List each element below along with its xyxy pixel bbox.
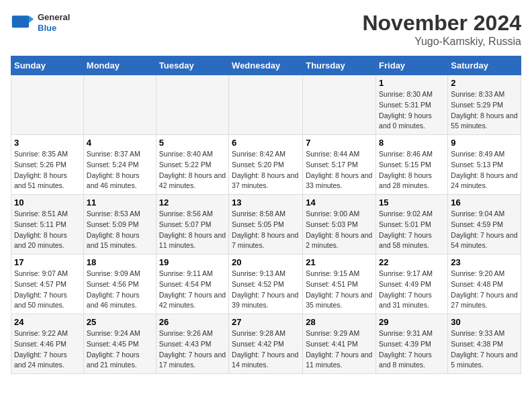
- day-number: 13: [232, 197, 300, 208]
- day-info: Sunrise: 8:56 AMSunset: 5:07 PMDaylight:…: [159, 209, 226, 251]
- calendar-cell: 3 Sunrise: 8:35 AMSunset: 5:26 PMDayligh…: [11, 135, 84, 195]
- logo-general: General: [38, 12, 70, 23]
- calendar-cell: 10 Sunrise: 8:51 AMSunset: 5:11 PMDaylig…: [11, 195, 84, 255]
- day-info: Sunrise: 9:20 AMSunset: 4:48 PMDaylight:…: [451, 269, 518, 311]
- weekday-header: Monday: [83, 56, 156, 75]
- day-info: Sunrise: 9:31 AMSunset: 4:39 PMDaylight:…: [379, 328, 445, 371]
- day-number: 17: [14, 257, 81, 267]
- day-info: Sunrise: 9:02 AMSunset: 5:01 PMDaylight:…: [379, 209, 445, 251]
- day-number: 19: [159, 257, 226, 267]
- calendar-cell: 13 Sunrise: 8:58 AMSunset: 5:05 PMDaylig…: [229, 195, 303, 255]
- day-info: Sunrise: 9:29 AMSunset: 4:41 PMDaylight:…: [306, 328, 373, 371]
- day-info: Sunrise: 9:33 AMSunset: 4:38 PMDaylight:…: [451, 328, 518, 371]
- calendar-cell: 7 Sunrise: 8:44 AMSunset: 5:17 PMDayligh…: [303, 135, 376, 195]
- day-number: 28: [306, 317, 373, 327]
- calendar-cell: 8 Sunrise: 8:46 AMSunset: 5:15 PMDayligh…: [376, 135, 448, 195]
- title-block: November 2024 Yugo-Kamskiy, Russia: [362, 11, 521, 48]
- day-number: 6: [232, 138, 300, 148]
- weekday-header: Sunday: [11, 56, 84, 75]
- day-number: 14: [306, 197, 373, 208]
- calendar-cell: [83, 75, 156, 135]
- day-info: Sunrise: 9:26 AMSunset: 4:43 PMDaylight:…: [159, 328, 226, 371]
- calendar-cell: 23 Sunrise: 9:20 AMSunset: 4:48 PMDaylig…: [448, 255, 521, 314]
- day-info: Sunrise: 9:28 AMSunset: 4:42 PMDaylight:…: [232, 328, 300, 371]
- day-number: 20: [232, 257, 300, 267]
- calendar-cell: 29 Sunrise: 9:31 AMSunset: 4:39 PMDaylig…: [376, 314, 448, 374]
- day-info: Sunrise: 9:00 AMSunset: 5:03 PMDaylight:…: [306, 209, 373, 251]
- day-info: Sunrise: 8:42 AMSunset: 5:20 PMDaylight:…: [232, 149, 300, 191]
- day-number: 1: [379, 78, 445, 88]
- day-info: Sunrise: 8:40 AMSunset: 5:22 PMDaylight:…: [159, 149, 226, 191]
- calendar-cell: 25 Sunrise: 9:24 AMSunset: 4:45 PMDaylig…: [83, 314, 156, 374]
- weekday-header: Friday: [376, 56, 448, 75]
- weekday-header: Saturday: [448, 56, 521, 75]
- day-number: 27: [232, 317, 300, 327]
- day-number: 2: [451, 78, 518, 88]
- calendar-cell: 14 Sunrise: 9:00 AMSunset: 5:03 PMDaylig…: [303, 195, 376, 255]
- calendar-cell: 19 Sunrise: 9:11 AMSunset: 4:54 PMDaylig…: [156, 255, 228, 314]
- calendar-cell: 16 Sunrise: 9:04 AMSunset: 4:59 PMDaylig…: [448, 195, 521, 255]
- day-number: 16: [451, 197, 518, 208]
- page-header: General Blue November 2024 Yugo-Kamskiy,…: [11, 11, 521, 48]
- day-number: 15: [379, 197, 445, 208]
- calendar-cell: 24 Sunrise: 9:22 AMSunset: 4:46 PMDaylig…: [11, 314, 84, 374]
- page-title: November 2024: [362, 11, 521, 36]
- logo-blue: Blue: [38, 23, 70, 34]
- day-info: Sunrise: 8:30 AMSunset: 5:31 PMDaylight:…: [379, 89, 445, 132]
- calendar-cell: 4 Sunrise: 8:37 AMSunset: 5:24 PMDayligh…: [83, 135, 156, 195]
- day-number: 7: [306, 138, 373, 148]
- day-info: Sunrise: 8:46 AMSunset: 5:15 PMDaylight:…: [379, 149, 445, 191]
- day-number: 29: [379, 317, 445, 327]
- day-info: Sunrise: 9:11 AMSunset: 4:54 PMDaylight:…: [159, 269, 226, 311]
- calendar-cell: 9 Sunrise: 8:49 AMSunset: 5:13 PMDayligh…: [448, 135, 521, 195]
- day-number: 18: [87, 257, 153, 267]
- calendar-cell: 26 Sunrise: 9:26 AMSunset: 4:43 PMDaylig…: [156, 314, 228, 374]
- calendar-cell: 6 Sunrise: 8:42 AMSunset: 5:20 PMDayligh…: [229, 135, 303, 195]
- day-info: Sunrise: 9:04 AMSunset: 4:59 PMDaylight:…: [451, 209, 518, 251]
- day-number: 9: [451, 138, 518, 148]
- day-number: 23: [451, 257, 518, 267]
- day-info: Sunrise: 8:33 AMSunset: 5:29 PMDaylight:…: [451, 89, 518, 132]
- day-number: 11: [87, 197, 153, 208]
- day-info: Sunrise: 8:49 AMSunset: 5:13 PMDaylight:…: [451, 149, 518, 191]
- calendar-cell: 27 Sunrise: 9:28 AMSunset: 4:42 PMDaylig…: [229, 314, 303, 374]
- day-number: 30: [451, 317, 518, 327]
- svg-marker-1: [29, 15, 34, 23]
- day-info: Sunrise: 8:44 AMSunset: 5:17 PMDaylight:…: [306, 149, 373, 191]
- page-subtitle: Yugo-Kamskiy, Russia: [362, 36, 521, 48]
- day-info: Sunrise: 8:53 AMSunset: 5:09 PMDaylight:…: [87, 209, 153, 251]
- svg-rect-0: [12, 15, 29, 28]
- calendar-cell: 2 Sunrise: 8:33 AMSunset: 5:29 PMDayligh…: [448, 75, 521, 135]
- day-info: Sunrise: 9:22 AMSunset: 4:46 PMDaylight:…: [14, 328, 81, 371]
- calendar-cell: 30 Sunrise: 9:33 AMSunset: 4:38 PMDaylig…: [448, 314, 521, 374]
- weekday-header-row: SundayMondayTuesdayWednesdayThursdayFrid…: [11, 56, 521, 75]
- calendar-week-row: 1 Sunrise: 8:30 AMSunset: 5:31 PMDayligh…: [11, 75, 521, 135]
- logo-text: General Blue: [38, 12, 70, 33]
- day-info: Sunrise: 8:37 AMSunset: 5:24 PMDaylight:…: [87, 149, 153, 191]
- day-info: Sunrise: 9:13 AMSunset: 4:52 PMDaylight:…: [232, 269, 300, 311]
- calendar-cell: [303, 75, 376, 135]
- calendar-cell: 17 Sunrise: 9:07 AMSunset: 4:57 PMDaylig…: [11, 255, 84, 314]
- calendar-cell: 28 Sunrise: 9:29 AMSunset: 4:41 PMDaylig…: [303, 314, 376, 374]
- calendar-cell: 20 Sunrise: 9:13 AMSunset: 4:52 PMDaylig…: [229, 255, 303, 314]
- day-info: Sunrise: 8:35 AMSunset: 5:26 PMDaylight:…: [14, 149, 81, 191]
- calendar-cell: 12 Sunrise: 8:56 AMSunset: 5:07 PMDaylig…: [156, 195, 228, 255]
- day-number: 22: [379, 257, 445, 267]
- day-number: 4: [87, 138, 153, 148]
- day-info: Sunrise: 9:07 AMSunset: 4:57 PMDaylight:…: [14, 269, 81, 311]
- calendar-cell: 21 Sunrise: 9:15 AMSunset: 4:51 PMDaylig…: [303, 255, 376, 314]
- calendar-cell: [229, 75, 303, 135]
- calendar-cell: 1 Sunrise: 8:30 AMSunset: 5:31 PMDayligh…: [376, 75, 448, 135]
- day-info: Sunrise: 9:17 AMSunset: 4:49 PMDaylight:…: [379, 269, 445, 311]
- calendar-week-row: 17 Sunrise: 9:07 AMSunset: 4:57 PMDaylig…: [11, 255, 521, 314]
- day-number: 21: [306, 257, 373, 267]
- day-info: Sunrise: 9:09 AMSunset: 4:56 PMDaylight:…: [87, 269, 153, 311]
- day-number: 26: [159, 317, 226, 327]
- calendar-cell: [156, 75, 228, 135]
- day-number: 8: [379, 138, 445, 148]
- calendar-week-row: 3 Sunrise: 8:35 AMSunset: 5:26 PMDayligh…: [11, 135, 521, 195]
- logo: General Blue: [11, 11, 70, 35]
- day-number: 25: [87, 317, 153, 327]
- weekday-header: Thursday: [303, 56, 376, 75]
- calendar-week-row: 24 Sunrise: 9:22 AMSunset: 4:46 PMDaylig…: [11, 314, 521, 374]
